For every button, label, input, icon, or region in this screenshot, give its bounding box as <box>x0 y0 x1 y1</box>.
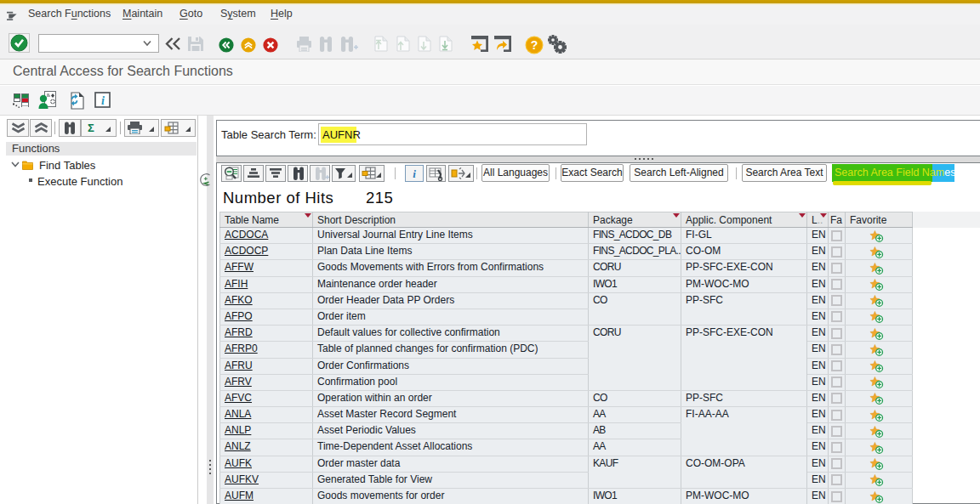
svg-text:i: i <box>101 94 105 107</box>
svg-text:i: i <box>413 167 416 180</box>
svg-text:?: ? <box>531 38 538 52</box>
